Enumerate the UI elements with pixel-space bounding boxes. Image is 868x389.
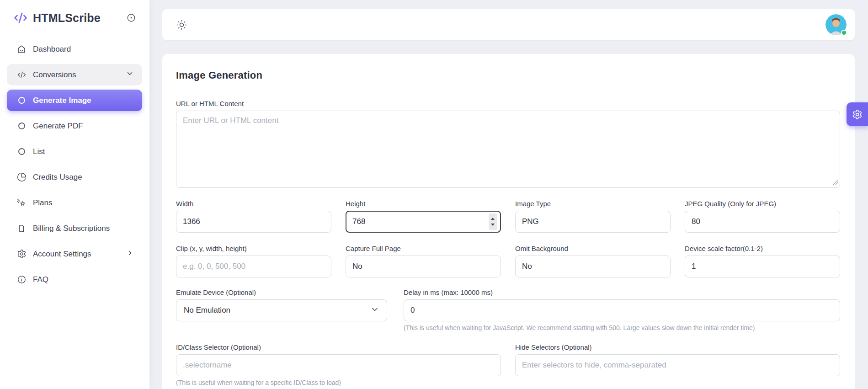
app-logo: HTMLScribe — [0, 0, 149, 25]
clip-input[interactable] — [176, 256, 331, 277]
sidebar-item-plans[interactable]: Plans — [7, 192, 142, 213]
circle-bullet-icon — [16, 121, 27, 131]
emulate-device-label: Emulate Device (Optional) — [176, 288, 387, 296]
sidebar-item-label: List — [33, 147, 134, 156]
device-scale-factor-label: Device scale factor(0.1-2) — [685, 245, 840, 252]
sun-icon[interactable] — [172, 16, 191, 34]
sidebar-item-label: Conversions — [33, 70, 119, 80]
user-avatar[interactable] — [825, 14, 847, 35]
sidebar-item-label: Generate PDF — [33, 122, 134, 131]
id-class-selector-input[interactable] — [176, 354, 501, 376]
sidebar-item-label: Generate Image — [33, 96, 134, 105]
jpeg-quality-input[interactable] — [685, 211, 840, 233]
sidebar-nav: Dashboard Conversions Generate Image Gen… — [0, 38, 149, 290]
sidebar-item-label: Billing & Subscriptions — [33, 224, 134, 233]
height-input[interactable] — [346, 211, 501, 233]
code-logo-icon — [14, 11, 27, 25]
chevron-down-icon — [126, 69, 134, 80]
emulate-device-select[interactable]: No Emulation — [176, 299, 387, 321]
step-down-icon[interactable] — [491, 224, 495, 226]
height-label: Height — [346, 200, 501, 208]
sidebar-item-label: Account Settings — [33, 250, 120, 259]
gear-icon — [852, 109, 863, 120]
selector-helper-text: (This is useful when waiting for a speci… — [176, 379, 501, 386]
delay-label: Delay in ms (max: 10000 ms) — [404, 288, 840, 296]
sidebar-item-conversions[interactable]: Conversions — [7, 64, 142, 85]
chevron-down-icon — [370, 305, 379, 316]
delay-helper-text: (This is useful when waiting for JavaScr… — [404, 324, 840, 331]
sidebar-item-credits-usage[interactable]: Credits Usage — [7, 166, 142, 188]
sidebar-item-billing[interactable]: Billing & Subscriptions — [7, 218, 142, 239]
sidebar-item-dashboard[interactable]: Dashboard — [7, 38, 142, 60]
online-status-dot — [841, 30, 847, 36]
chevron-right-icon — [126, 249, 134, 259]
hide-selectors-label: Hide Selectors (Optional) — [515, 343, 840, 351]
image-type-input[interactable] — [515, 211, 671, 233]
sidebar: HTMLScribe Dashboard Conversions — [0, 0, 149, 389]
main-area: Image Generation URL or HTML Content Wid… — [149, 0, 868, 389]
sidebar-item-label: Plans — [33, 198, 134, 208]
device-scale-factor-input[interactable] — [685, 256, 840, 277]
code-icon — [16, 70, 27, 80]
selected-option: No Emulation — [184, 306, 370, 315]
id-class-selector-label: ID/Class Selector (Optional) — [176, 343, 501, 351]
circle-dot-icon[interactable] — [126, 12, 137, 23]
number-stepper[interactable] — [489, 213, 497, 230]
sidebar-item-list[interactable]: List — [7, 141, 142, 162]
app-title: HTMLScribe — [33, 11, 120, 25]
capture-full-page-label: Capture Full Page — [346, 245, 501, 252]
image-generation-card: Image Generation URL or HTML Content Wid… — [162, 54, 855, 389]
page-title: Image Generation — [176, 69, 840, 81]
circle-bullet-icon — [16, 147, 27, 157]
sidebar-item-account-settings[interactable]: Account Settings — [7, 243, 142, 265]
jpeg-quality-label: JPEG Quality (Only for JPEG) — [685, 200, 840, 208]
receipt-icon — [16, 224, 27, 234]
clip-label: Clip (x, y, width, height) — [176, 245, 331, 252]
delay-input[interactable] — [404, 299, 840, 321]
sidebar-item-label: Credits Usage — [33, 173, 134, 182]
image-type-label: Image Type — [515, 200, 671, 208]
width-label: Width — [176, 200, 331, 208]
settings-flyout-button[interactable] — [847, 102, 868, 126]
capture-full-page-input[interactable] — [346, 256, 501, 277]
pie-chart-icon — [16, 172, 27, 182]
sidebar-item-label: Dashboard — [33, 45, 134, 54]
hide-selectors-input[interactable] — [515, 354, 840, 376]
home-icon — [16, 44, 27, 54]
width-input[interactable] — [176, 211, 331, 233]
topbar — [162, 9, 855, 40]
gear-icon — [16, 249, 27, 259]
info-icon — [16, 275, 27, 285]
sidebar-item-label: FAQ — [33, 275, 134, 284]
omit-background-label: Omit Background — [515, 245, 671, 252]
sidebar-item-faq[interactable]: FAQ — [7, 269, 142, 290]
omit-background-input[interactable] — [515, 256, 671, 277]
url-html-textarea[interactable] — [176, 111, 840, 188]
url-field-label: URL or HTML Content — [176, 100, 840, 107]
shooting-star-icon — [16, 198, 27, 208]
step-up-icon[interactable] — [491, 218, 495, 220]
circle-bullet-icon — [16, 96, 27, 106]
sidebar-item-generate-pdf[interactable]: Generate PDF — [7, 115, 142, 137]
sidebar-item-generate-image[interactable]: Generate Image — [7, 90, 142, 111]
